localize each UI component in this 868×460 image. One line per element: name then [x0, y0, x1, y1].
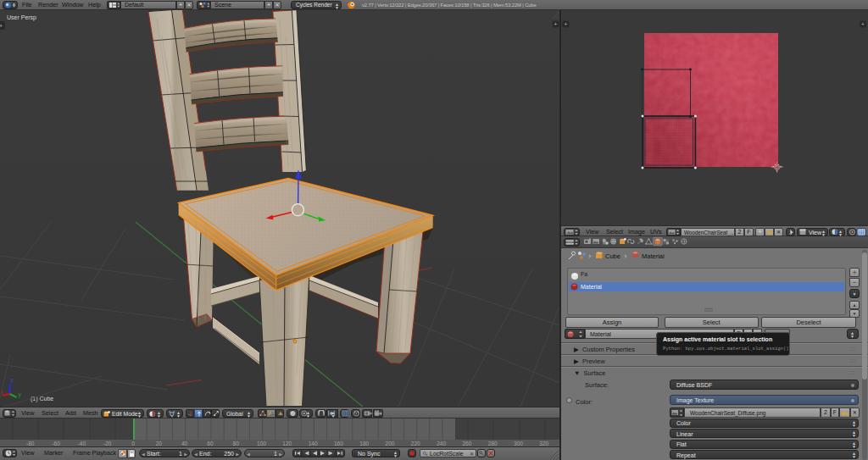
- svg-text:-60: -60: [52, 441, 60, 446]
- svg-text:+: +: [565, 21, 568, 27]
- svg-text:-20: -20: [103, 441, 112, 446]
- svg-text:User Persp: User Persp: [7, 14, 36, 21]
- svg-text:220: 220: [411, 441, 420, 446]
- svg-text:-40: -40: [78, 441, 86, 446]
- svg-text:(1) Cube: (1) Cube: [31, 396, 53, 402]
- svg-text:280: 280: [488, 441, 498, 446]
- svg-text:200: 200: [386, 441, 395, 446]
- svg-text:Material: Material: [642, 252, 665, 260]
- svg-text:120: 120: [282, 441, 292, 446]
- svg-text:z: z: [11, 377, 14, 383]
- svg-text:+: +: [554, 21, 558, 27]
- svg-text:0: 0: [131, 441, 135, 446]
- svg-text:300: 300: [514, 441, 523, 446]
- svg-text:100: 100: [257, 441, 266, 446]
- svg-text:Cube: Cube: [605, 252, 620, 260]
- svg-text:+: +: [0, 23, 3, 29]
- svg-text:140: 140: [309, 441, 318, 446]
- svg-text:320: 320: [539, 441, 548, 446]
- svg-text:180: 180: [359, 441, 369, 446]
- svg-text:160: 160: [334, 441, 343, 446]
- svg-text:+: +: [861, 21, 865, 27]
- svg-text:20: 20: [156, 441, 163, 446]
- svg-text:260: 260: [462, 441, 471, 446]
- svg-text:-80: -80: [26, 441, 35, 446]
- svg-text:240: 240: [437, 441, 446, 446]
- svg-text:80: 80: [233, 441, 240, 446]
- svg-text:60: 60: [207, 441, 214, 446]
- svg-text:40: 40: [181, 441, 188, 446]
